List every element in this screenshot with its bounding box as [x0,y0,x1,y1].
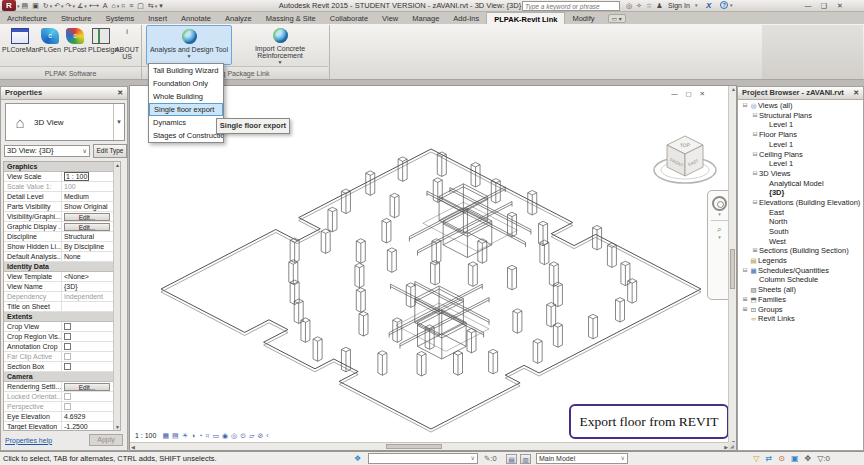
tree-label[interactable]: Elevations (Building Elevation) [759,198,860,208]
prop-value[interactable] [62,332,120,341]
prop-value[interactable]: Edit... [62,212,120,221]
tree-label[interactable]: 3D Views [759,169,791,179]
tab-collaborate[interactable]: Collaborate [323,12,375,24]
tree-label[interactable]: Ceiling Plans [759,150,803,160]
collapse-icon[interactable]: ⊟ [751,130,759,140]
menu-item-whole-building[interactable]: Whole Building [149,90,223,103]
help-caret-icon[interactable]: ▾ [730,0,733,11]
exclude-options-icon[interactable]: ⇄ [766,454,773,463]
tree-label[interactable]: Structural Plans [759,111,812,121]
tab-massing-site[interactable]: Massing & Site [259,12,323,24]
exchange-apps-icon[interactable]: X [706,1,711,10]
filter-count-icon[interactable]: ▽:0 [817,454,830,463]
collapse-icon[interactable]: ⊟ [751,150,759,160]
reveal-constraints-icon[interactable]: ⊘ [257,432,263,440]
section-extents[interactable]: Extents∗ [4,312,120,322]
close-icon[interactable]: ✕ [117,87,123,99]
tab-systems[interactable]: Systems [98,12,141,24]
close-button[interactable]: ✕ [832,0,848,11]
tab-add-ins[interactable]: Add-Ins [446,12,486,24]
expand-icon[interactable]: ⊞ [741,305,749,315]
edit-type-button[interactable]: Edit Type [93,144,127,158]
editable-only-icon[interactable]: ✎:0 [484,454,497,463]
tree-label[interactable]: Column Schedule [759,275,818,285]
tab-manage[interactable]: Manage [405,12,446,24]
prop-value-text[interactable]: 1 : 100 [64,172,89,181]
tree-label[interactable]: Groups [758,305,783,315]
design-options-icon[interactable]: ▥ [520,454,531,464]
checkbox[interactable] [64,363,71,370]
menu-item-foundation-only[interactable]: Foundation Only [149,77,223,90]
tree-label[interactable]: {3D} [769,188,784,198]
prop-value[interactable]: {3D} [62,282,120,291]
prop-value[interactable]: Edit... [62,382,120,391]
section-camera[interactable]: Camera∗ [4,372,120,382]
drag-elements-icon[interactable]: ✥ [804,454,811,463]
scale-button[interactable]: 1 : 100 [135,432,156,439]
temporary-hide-icon[interactable]: ◎ [231,432,237,440]
crop-view-icon[interactable]: ⌗ [205,432,209,440]
prop-value[interactable]: By Discipline [62,242,120,251]
tree-label[interactable]: Level 1 [769,159,793,169]
view-filter-combo[interactable]: 3D View: {3D} ∨ [4,145,90,157]
active-workset-combo[interactable]: ∨ [368,453,478,464]
tree-label[interactable]: Sheets (all) [758,285,796,295]
chevron-down-icon[interactable]: ▼ [113,104,124,140]
search-icon[interactable]: ◎ [624,0,634,11]
prop-value[interactable] [62,362,120,371]
tree-label[interactable]: East [769,208,784,218]
tab-architecture[interactable]: Architecture [0,12,54,24]
save-icon[interactable]: ▣ [30,0,41,11]
collapse-icon[interactable]: ⊟ [751,169,759,179]
tree-label[interactable]: Analytical Model [769,179,824,189]
menu-item-tall-building-wizard[interactable]: Tall Building Wizard [149,64,223,77]
tab-analyze[interactable]: Analyze [218,12,259,24]
signin-person-icon[interactable]: ♟ [654,0,664,11]
minimize-button[interactable]: — [800,0,816,11]
button-about-us[interactable]: iABOUT US [114,26,140,64]
visual-style-icon[interactable]: ▦ [162,432,169,440]
restore-button[interactable]: ❑ [816,0,832,11]
prop-value[interactable]: -1.2500 [62,422,120,431]
tree-label[interactable]: Schedules/Quantities [758,266,829,276]
tree-label[interactable]: Level 1 [769,120,793,130]
analysis-and-design-tool-button[interactable]: Analysis and Design Tool ▼ [146,25,232,65]
detail-level-icon[interactable]: ▤ [172,432,179,440]
button-pldesign[interactable]: PLDesign [88,26,113,64]
checkbox[interactable] [64,343,71,350]
tree-label[interactable]: Views (all) [758,101,792,111]
sun-path-icon[interactable]: ☀ [182,432,188,440]
prop-value[interactable]: Structural [62,232,120,241]
checkbox[interactable] [64,323,71,330]
aligned-dimension-icon[interactable]: ⟷ [87,0,101,11]
properties-help-link[interactable]: Properties help [5,437,52,444]
tab-modify[interactable]: Modify [565,12,601,24]
edit-button[interactable]: Edit... [64,383,110,391]
expand-icon[interactable]: ⊞ [741,295,749,305]
edit-button[interactable]: Edit... [64,213,110,221]
checkbox[interactable] [64,333,71,340]
import-concrete-reinforcement-button[interactable]: Import Concrete Reinforcement ▼ [234,25,326,65]
apply-button[interactable]: Apply [89,434,123,446]
horizontal-scrollbar[interactable]: ◀▶ [130,442,729,450]
open-icon[interactable]: ▤ [20,0,31,11]
tree-label[interactable]: West [769,237,786,247]
sign-in-caret-icon[interactable]: ▾ [695,0,698,11]
tab-structure[interactable]: Structure [54,12,98,24]
prop-value[interactable]: Show Original [62,202,120,211]
sign-in-button[interactable]: Sign In [668,2,690,9]
help-icon[interactable]: ? [720,1,728,9]
button-plgen[interactable]: cPLGen [38,26,62,64]
viewcube[interactable]: TOP FRONT EAST [650,124,720,199]
collapse-viewbar-icon[interactable]: ‹ [266,432,268,439]
text-icon[interactable]: A [101,0,110,11]
filter-yellow-icon[interactable]: ▽ [753,454,759,463]
project-browser-header[interactable]: Project Browser - zAVANI.rvt ✕ [738,87,863,100]
close-icon[interactable]: ✕ [853,87,859,99]
scroll-thumb[interactable] [730,249,735,289]
tree-label[interactable]: Level 1 [769,140,793,150]
button-plpost[interactable]: cPLPost [63,26,87,64]
rendering-icon[interactable]: ◔ [198,432,202,439]
tree-label[interactable]: Revit Links [758,314,795,324]
favorites-icon[interactable]: ☆ [644,0,654,11]
